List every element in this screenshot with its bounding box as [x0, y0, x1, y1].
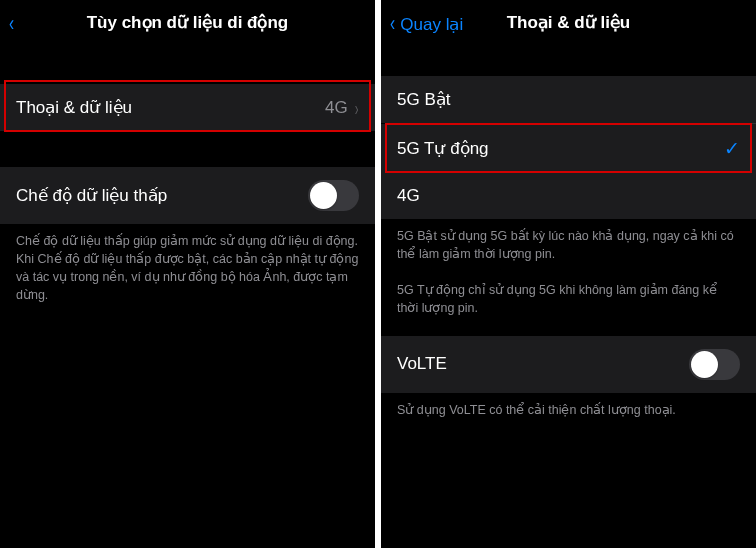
network-options-group: 5G Bật 5G Tự động ✓ 4G — [381, 76, 756, 219]
volte-footer: Sử dụng VoLTE có thể cải thiện chất lượn… — [381, 393, 756, 437]
nav-bar: ‹ Quay lại Thoại & dữ liệu — [381, 0, 756, 48]
screen-cellular-data-options: ‹ Tùy chọn dữ liệu di động Thoại & dữ li… — [0, 0, 375, 548]
back-button[interactable]: ‹ — [8, 13, 15, 35]
screen-voice-and-data: ‹ Quay lại Thoại & dữ liệu 5G Bật 5G Tự … — [381, 0, 756, 548]
nav-bar: ‹ Tùy chọn dữ liệu di động — [0, 0, 375, 48]
low-data-toggle[interactable] — [308, 180, 359, 211]
low-data-label: Chế độ dữ liệu thấp — [16, 185, 167, 206]
section-spacer — [0, 131, 375, 167]
page-title: Thoại & dữ liệu — [507, 12, 631, 33]
option-label: 5G Tự động — [397, 138, 489, 159]
volte-label: VoLTE — [397, 354, 447, 374]
voice-data-label: Thoại & dữ liệu — [16, 97, 132, 118]
network-footer-1: 5G Bật sử dụng 5G bất kỳ lúc nào khả dụn… — [381, 219, 756, 281]
chevron-left-icon: ‹ — [9, 13, 14, 35]
voice-data-value: 4G — [325, 98, 348, 118]
low-data-footer: Chế độ dữ liệu thấp giúp giảm mức sử dụn… — [0, 224, 375, 323]
voice-data-value-wrap: 4G › — [325, 98, 359, 118]
section-spacer — [0, 48, 375, 84]
section-spacer — [381, 48, 756, 76]
checkmark-icon: ✓ — [724, 137, 740, 160]
volte-row[interactable]: VoLTE — [381, 336, 756, 393]
voice-and-data-row[interactable]: Thoại & dữ liệu 4G › — [0, 84, 375, 131]
option-5g-on[interactable]: 5G Bật — [381, 76, 756, 123]
network-footer-2: 5G Tự động chỉ sử dụng 5G khi không làm … — [381, 281, 756, 335]
option-4g[interactable]: 4G — [381, 173, 756, 219]
volte-toggle[interactable] — [689, 349, 740, 380]
toggle-knob — [310, 182, 337, 209]
option-label: 4G — [397, 186, 420, 206]
page-title: Tùy chọn dữ liệu di động — [87, 12, 289, 33]
back-label: Quay lại — [400, 14, 463, 35]
chevron-right-icon: › — [354, 96, 358, 119]
option-5g-auto[interactable]: 5G Tự động ✓ — [381, 124, 756, 173]
chevron-left-icon: ‹ — [390, 13, 395, 35]
back-button[interactable]: ‹ Quay lại — [389, 13, 463, 35]
option-label: 5G Bật — [397, 89, 450, 110]
low-data-mode-row[interactable]: Chế độ dữ liệu thấp — [0, 167, 375, 224]
toggle-knob — [691, 351, 718, 378]
